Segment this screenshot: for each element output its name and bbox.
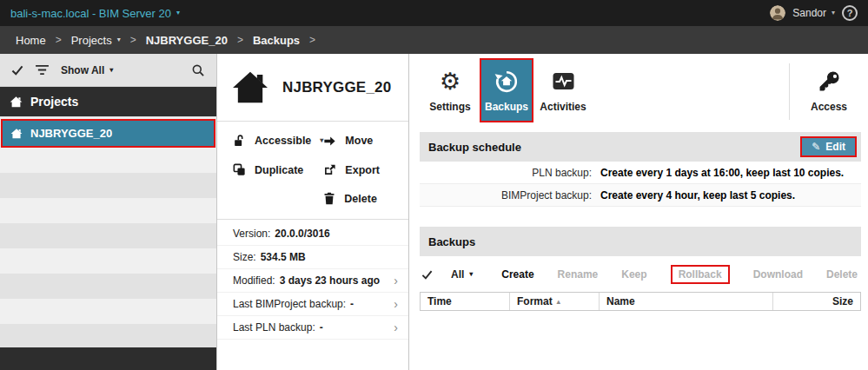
delete-button[interactable]: Delete bbox=[323, 192, 403, 205]
question-mark-icon: ? bbox=[847, 8, 853, 18]
rename-button[interactable]: Rename bbox=[558, 268, 599, 281]
export-icon bbox=[323, 163, 336, 176]
project-title: NJBRYGGE_20 bbox=[282, 79, 391, 96]
key-icon bbox=[818, 69, 840, 95]
chevron-down-icon: ▾ bbox=[469, 271, 473, 278]
gear-icon: ⚙ bbox=[440, 69, 461, 95]
column-header-size[interactable]: Size bbox=[773, 293, 860, 310]
project-detail-panel: NJBRYGGE_20 Accessible ▾ Move Duplic bbox=[217, 54, 409, 370]
project-info-list: Version: 20.0.0/3016 Size: 534.5 MB Modi… bbox=[217, 220, 408, 340]
info-row-last-bimproject-backup[interactable]: Last BIMProject backup: - › bbox=[217, 293, 408, 316]
house-icon bbox=[10, 128, 23, 140]
project-header: NJBRYGGE_20 bbox=[217, 54, 408, 122]
breadcrumb-separator: > bbox=[56, 34, 62, 46]
select-check-icon[interactable] bbox=[11, 65, 23, 76]
empty-list-row bbox=[0, 223, 216, 248]
topbar-right: Sandor ▾ ? bbox=[770, 5, 858, 21]
backup-house-icon bbox=[494, 69, 520, 95]
grid-spacer bbox=[233, 192, 323, 205]
chevron-down-icon: ▾ bbox=[117, 36, 121, 43]
tab-bar: ⚙ Settings Backups Activities Ac bbox=[409, 54, 868, 127]
projects-sidebar: Show All ▾ Projects NJBRYGGE_20 bbox=[0, 54, 217, 370]
search-icon[interactable] bbox=[191, 63, 205, 77]
backups-title: Backups bbox=[428, 235, 475, 248]
breadcrumb-separator: > bbox=[130, 34, 136, 46]
breadcrumb-separator: > bbox=[237, 34, 243, 46]
rollback-button[interactable]: Rollback bbox=[671, 265, 730, 284]
backups-toolbar-actions: Create Rename Keep Rollback Download Del… bbox=[501, 265, 858, 284]
server-menu[interactable]: bali-s-mac.local - BIM Server 20 ▾ bbox=[10, 7, 180, 20]
tab-backups[interactable]: Backups bbox=[480, 58, 533, 122]
create-button[interactable]: Create bbox=[501, 268, 533, 281]
breadcrumb-project-name[interactable]: NJBRYGGE_20 bbox=[146, 34, 228, 47]
sort-asc-icon: ▴ bbox=[557, 298, 560, 306]
sidebar-toolbar: Show All ▾ bbox=[0, 54, 216, 87]
chevron-down-icon: ▾ bbox=[109, 67, 113, 74]
filter-icon[interactable] bbox=[35, 64, 50, 76]
house-icon bbox=[10, 96, 23, 109]
avatar[interactable] bbox=[770, 5, 785, 21]
trash-icon bbox=[323, 192, 335, 205]
chevron-down-icon: ▾ bbox=[832, 10, 835, 17]
export-button[interactable]: Export bbox=[323, 163, 403, 176]
backup-schedule-header: Backup schedule ✎ Edit bbox=[420, 132, 861, 162]
projects-section-title: Projects bbox=[30, 95, 78, 109]
backup-schedule-title: Backup schedule bbox=[428, 141, 521, 154]
chevron-right-icon: › bbox=[394, 297, 398, 311]
info-row-version: Version: 20.0.0/3016 bbox=[217, 222, 408, 246]
download-button[interactable]: Download bbox=[753, 268, 803, 281]
tab-settings[interactable]: ⚙ Settings bbox=[423, 58, 477, 122]
tab-activities[interactable]: Activities bbox=[536, 58, 590, 122]
user-menu[interactable]: Sandor ▾ bbox=[792, 7, 835, 19]
pencil-icon: ✎ bbox=[812, 141, 820, 153]
help-button[interactable]: ? bbox=[842, 5, 858, 21]
main-area: Show All ▾ Projects NJBRYGGE_20 bbox=[0, 54, 868, 370]
accessible-dropdown[interactable]: Accessible ▾ bbox=[233, 134, 323, 148]
info-row-size: Size: 534.5 MB bbox=[217, 246, 408, 269]
arrow-right-icon bbox=[323, 135, 336, 147]
unlock-icon bbox=[233, 134, 246, 148]
empty-list-row bbox=[0, 324, 216, 349]
activity-pulse-icon bbox=[552, 69, 575, 95]
schedule-row-bimproject: BIMProject backup: Create every 4 hour, … bbox=[420, 184, 861, 207]
breadcrumb-projects[interactable]: Projects ▾ bbox=[71, 34, 121, 47]
empty-list-row bbox=[0, 148, 216, 173]
breadcrumb-backups[interactable]: Backups bbox=[253, 34, 300, 47]
breadcrumb: Home > Projects ▾ > NJBRYGGE_20 > Backup… bbox=[0, 26, 868, 54]
select-check-icon[interactable] bbox=[421, 270, 433, 280]
sidebar-bottom-bar bbox=[0, 347, 216, 370]
info-row-last-pln-backup[interactable]: Last PLN backup: - › bbox=[217, 316, 408, 340]
delete-backup-button[interactable]: Delete bbox=[826, 268, 858, 281]
tab-divider bbox=[789, 63, 790, 120]
sidebar-item-njbrygge-20[interactable]: NJBRYGGE_20 bbox=[3, 121, 214, 146]
column-header-name[interactable]: Name bbox=[600, 293, 773, 310]
project-actions: Accessible ▾ Move Duplicate Export bbox=[217, 122, 408, 220]
project-list-empty-rows bbox=[0, 148, 216, 349]
top-bar: bali-s-mac.local - BIM Server 20 ▾ Sando… bbox=[0, 0, 868, 26]
empty-list-row bbox=[0, 173, 216, 198]
backups-list-header: Backups bbox=[420, 227, 861, 256]
chevron-right-icon: › bbox=[394, 274, 398, 287]
all-filter-dropdown[interactable]: All ▾ bbox=[451, 268, 473, 281]
show-all-dropdown[interactable]: Show All ▾ bbox=[61, 64, 113, 76]
chevron-right-icon: › bbox=[394, 320, 398, 334]
info-row-modified[interactable]: Modified: 3 days 23 hours ago › bbox=[217, 269, 408, 293]
project-name: NJBRYGGE_20 bbox=[30, 127, 112, 140]
empty-list-row bbox=[0, 248, 216, 274]
keep-button[interactable]: Keep bbox=[621, 268, 646, 281]
edit-button[interactable]: ✎ Edit bbox=[800, 136, 857, 157]
chevron-down-icon: ▾ bbox=[176, 10, 180, 17]
duplicate-button[interactable]: Duplicate bbox=[233, 163, 323, 176]
copy-icon bbox=[233, 163, 246, 176]
projects-section-header[interactable]: Projects bbox=[0, 87, 216, 116]
backups-toolbar: All ▾ Create Rename Keep Rollback Downlo… bbox=[421, 265, 858, 284]
schedule-row-pln: PLN backup: Create every 1 days at 16:00… bbox=[420, 162, 861, 184]
tab-access[interactable]: Access bbox=[802, 58, 856, 122]
house-icon bbox=[231, 70, 269, 105]
column-header-format[interactable]: Format ▴ bbox=[510, 293, 600, 310]
backup-schedule-rows: PLN backup: Create every 1 days at 16:00… bbox=[420, 162, 861, 207]
server-title: bali-s-mac.local - BIM Server 20 bbox=[10, 7, 171, 20]
move-button[interactable]: Move bbox=[323, 134, 403, 148]
column-header-time[interactable]: Time bbox=[421, 293, 510, 310]
breadcrumb-home[interactable]: Home bbox=[16, 34, 46, 47]
